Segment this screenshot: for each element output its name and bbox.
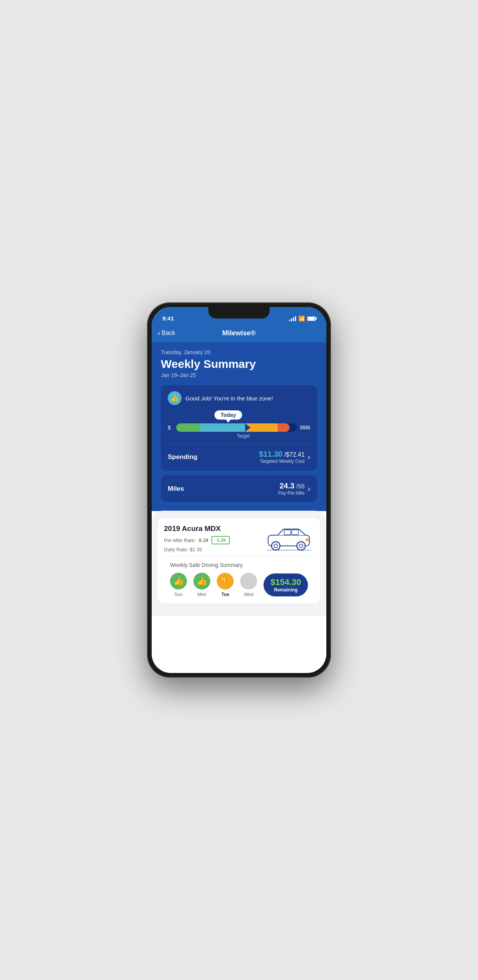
weekly-summary-title: Weekly Summary xyxy=(161,358,317,371)
back-label: Back xyxy=(162,330,175,336)
per-mile-row: Per-Mile Rate: 9.2¢ -1.3¢ xyxy=(164,536,264,544)
remaining-label: Remaining xyxy=(270,587,301,593)
progress-blue xyxy=(200,423,246,432)
car-info: 2019 Acura MDX Per-Mile Rate: 9.2¢ -1.3¢… xyxy=(164,524,264,552)
thumbs-up-icon: 👍 xyxy=(168,391,182,405)
progress-bar xyxy=(176,423,297,432)
svg-rect-2 xyxy=(292,530,298,535)
battery-icon xyxy=(307,317,316,321)
progress-area: Today $ $$$$ xyxy=(168,410,310,439)
day-item-mon: 👍 Mon xyxy=(193,573,210,597)
mon-icon: 👍 xyxy=(193,573,210,590)
signal-icon xyxy=(289,316,296,321)
miles-total: /98 xyxy=(296,483,304,490)
progress-red xyxy=(278,423,290,432)
spending-right: $11.30 /$72.41 Targeted Weekly Cost › xyxy=(259,450,310,464)
miles-amount: 24.3 /98 Pay-Per-Mile xyxy=(278,482,304,496)
driving-summary-title: Weekly Safe Driving Summary xyxy=(170,562,308,568)
spending-target: /$72.41 xyxy=(284,451,304,458)
target-label: Target xyxy=(176,433,310,439)
driving-summary-section: Weekly Safe Driving Summary 👍 Sun 👍 Mon xyxy=(164,556,314,603)
progress-orange xyxy=(246,423,278,432)
spending-label: Spending xyxy=(168,453,197,461)
white-section: 2019 Acura MDX Per-Mile Rate: 9.2¢ -1.3¢… xyxy=(152,511,326,616)
driving-days-row: 👍 Sun 👍 Mon 👎 Tue xyxy=(170,573,308,597)
dollar-right-label: $$$$ xyxy=(300,425,310,430)
header-date: Tuesday, January 20 xyxy=(161,349,317,355)
wed-icon xyxy=(240,573,257,590)
car-name: 2019 Acura MDX xyxy=(164,524,264,533)
status-time: 9:41 xyxy=(162,315,174,322)
miles-subtitle: Pay-Per-Mile xyxy=(278,490,304,496)
blue-zone-header: 👍 Good Job! You're in the blue zone! xyxy=(168,391,310,405)
rate-badge: -1.3¢ xyxy=(211,536,229,544)
tue-icon: 👎 xyxy=(217,573,234,590)
per-mile-value: 9.2¢ xyxy=(199,537,208,543)
nav-title: Milewise® xyxy=(222,329,255,337)
today-marker xyxy=(245,423,250,432)
nav-bar: ‹ Back Milewise® xyxy=(152,324,326,342)
wifi-icon: 📶 xyxy=(298,315,305,322)
status-icons: 📶 xyxy=(289,315,316,322)
svg-point-6 xyxy=(299,544,303,548)
svg-point-7 xyxy=(306,538,309,541)
today-label: Today xyxy=(214,410,242,420)
progress-green xyxy=(176,423,200,432)
wed-label: Wed xyxy=(244,592,253,597)
tue-label: Tue xyxy=(221,592,229,597)
progress-bar-row: $ $$$$ xyxy=(168,423,310,432)
day-item-tue: 👎 Tue xyxy=(217,573,234,597)
spending-row[interactable]: Spending $11.30 /$72.41 Targeted Weekly … xyxy=(168,444,310,464)
miles-current: 24.3 xyxy=(280,482,295,490)
svg-rect-1 xyxy=(284,530,291,535)
daily-rate-value: $1.35 xyxy=(190,547,202,552)
day-item-sun: 👍 Sun xyxy=(170,573,187,597)
date-range: Jan 19–Jan 25 xyxy=(161,372,317,378)
miles-label: Miles xyxy=(168,485,184,493)
miles-chevron-icon: › xyxy=(308,484,310,493)
car-card: 2019 Acura MDX Per-Mile Rate: 9.2¢ -1.3¢… xyxy=(158,518,320,603)
blue-zone-card: 👍 Good Job! You're in the blue zone! Tod… xyxy=(161,385,317,471)
sun-label: Sun xyxy=(174,592,182,597)
miles-right: 24.3 /98 Pay-Per-Mile › xyxy=(278,482,310,496)
blue-zone-message: Good Job! You're in the blue zone! xyxy=(185,395,273,402)
car-card-top: 2019 Acura MDX Per-Mile Rate: 9.2¢ -1.3¢… xyxy=(164,524,314,552)
remaining-amount: $154.30 xyxy=(270,577,301,587)
header-section: Tuesday, January 20 Weekly Summary Jan 1… xyxy=(152,342,326,511)
sun-icon: 👍 xyxy=(170,573,187,590)
miles-card[interactable]: Miles 24.3 /98 Pay-Per-Mile › xyxy=(161,475,317,502)
back-button[interactable]: ‹ Back xyxy=(158,329,175,337)
per-mile-label: Per-Mile Rate: xyxy=(164,537,196,543)
car-illustration xyxy=(264,524,314,551)
miles-values: 24.3 /98 xyxy=(278,482,304,490)
spending-subtitle: Targeted Weekly Cost xyxy=(259,459,304,464)
daily-rate-label: Daily Rate: xyxy=(164,547,188,552)
dollar-left-label: $ xyxy=(168,425,173,431)
svg-point-4 xyxy=(274,544,278,548)
day-item-wed: Wed xyxy=(240,573,257,597)
spending-amount: $11.30 /$72.41 Targeted Weekly Cost xyxy=(259,450,304,464)
remaining-badge: $154.30 Remaining xyxy=(264,573,308,596)
spending-chevron-icon: › xyxy=(308,452,310,461)
mon-label: Mon xyxy=(197,592,206,597)
spending-current: $11.30 xyxy=(259,450,282,458)
daily-rate-row: Daily Rate: $1.35 xyxy=(164,547,264,552)
spending-values: $11.30 /$72.41 xyxy=(259,450,304,459)
back-chevron-icon: ‹ xyxy=(158,329,160,337)
